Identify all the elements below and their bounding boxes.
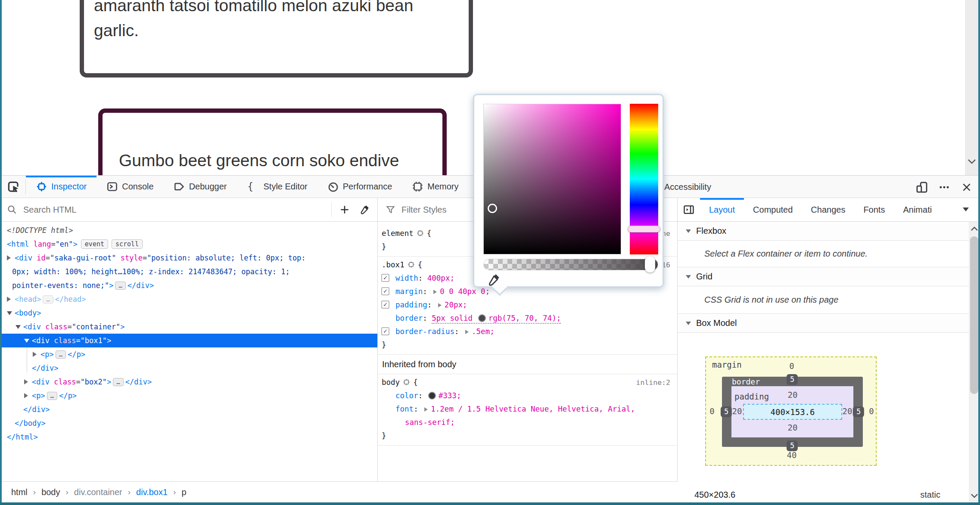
ellipsis-pill[interactable]: … <box>43 295 53 304</box>
scroll-up-icon[interactable] <box>970 226 979 232</box>
twisty-collapsed-icon[interactable] <box>7 255 11 260</box>
sidebar-toggle-button[interactable] <box>678 198 700 221</box>
ellipsis-pill[interactable]: … <box>113 378 123 386</box>
search-html-box[interactable] <box>0 204 331 215</box>
highlight-element-icon[interactable] <box>402 378 411 386</box>
search-html-input[interactable] <box>22 204 331 215</box>
property-value[interactable]: 20px; <box>445 301 467 309</box>
page-scrollbar[interactable] <box>965 0 978 175</box>
property-name[interactable]: padding <box>395 301 427 309</box>
event-badge[interactable]: event <box>81 239 108 249</box>
property-name[interactable]: border <box>395 314 423 322</box>
breadcrumb-item-divbox1[interactable]: div.box1 <box>136 487 168 497</box>
tree-row[interactable]: <!DOCTYPE html> <box>0 223 377 237</box>
box-model-content-size[interactable]: 400×153.6 <box>743 404 842 420</box>
property-checkbox[interactable]: ✓ <box>381 274 389 282</box>
tree-row[interactable]: </html> <box>0 430 377 444</box>
grab-color-button[interactable] <box>356 202 373 217</box>
tree-row[interactable]: <div id="saka-gui-root" style="position:… <box>0 251 377 265</box>
twisty-expanded-icon[interactable] <box>16 325 21 329</box>
scroll-down-icon[interactable] <box>967 158 977 164</box>
property-value[interactable]: rgb(75, 70, 74); <box>488 314 561 322</box>
property-value[interactable]: 400px; <box>427 274 454 282</box>
sidebar-tabs-overflow-icon[interactable] <box>963 208 969 211</box>
tab-console[interactable]: Console <box>96 176 163 198</box>
property-checkbox[interactable]: ✓ <box>381 327 389 335</box>
scroll-down-icon[interactable] <box>970 493 979 499</box>
box-model-border-layer[interactable]: border padding 20 20 20 20 400×153.6 5 5… <box>722 377 863 447</box>
section-flexbox-header[interactable]: Flexbox <box>678 222 980 241</box>
expander-icon[interactable] <box>465 330 469 334</box>
twisty-collapsed-icon[interactable] <box>24 393 28 398</box>
tree-row[interactable]: </div> <box>0 361 377 375</box>
twisty-expanded-icon[interactable] <box>24 339 29 343</box>
close-devtools-button[interactable] <box>958 179 975 195</box>
tree-row[interactable]: <div class="box2">…</div> <box>0 375 377 389</box>
highlight-element-icon[interactable] <box>416 229 424 237</box>
sidebar-tab-computed[interactable]: Computed <box>744 198 802 221</box>
selector[interactable]: .box1 <box>382 260 404 269</box>
property-value[interactable]: #333; <box>439 391 461 400</box>
tree-row[interactable]: <head>…</head> <box>0 292 377 306</box>
box-model-margin-layer[interactable]: margin 0 40 0 0 border padding 20 20 20 … <box>705 356 877 466</box>
sidebar-tab-changes[interactable]: Changes <box>802 198 854 221</box>
color-swatch[interactable] <box>478 314 486 322</box>
tab-debugger[interactable]: Debugger <box>164 176 237 198</box>
selector[interactable]: element <box>382 229 414 238</box>
responsive-design-mode-button[interactable] <box>914 179 930 195</box>
tree-row[interactable]: </body> <box>0 416 377 430</box>
expander-icon[interactable] <box>438 303 442 307</box>
tab-style-editor[interactable]: { }Style Editor <box>237 176 317 198</box>
box-model-padding-layer[interactable]: padding 20 20 20 20 400×153.6 <box>731 386 853 437</box>
meatball-menu-button[interactable] <box>936 179 952 195</box>
twisty-expanded-icon[interactable] <box>7 311 12 315</box>
pick-element-button[interactable] <box>1 176 25 198</box>
scrollbar-thumb[interactable] <box>970 236 978 394</box>
breadcrumb-item-p[interactable]: p <box>181 487 186 497</box>
alpha-slider-handle[interactable] <box>645 256 655 273</box>
tab-inspector[interactable]: Inspector <box>26 176 96 198</box>
breadcrumb-item-html[interactable]: html <box>11 487 28 497</box>
eyedropper-icon[interactable] <box>486 273 501 287</box>
tree-row[interactable]: <p>…</p> <box>0 389 377 403</box>
property-value[interactable]: 1.2em / 1.5 Helvetica Neue, Helvetica, A… <box>431 405 635 413</box>
property-name[interactable]: color <box>395 391 418 400</box>
property-name[interactable]: border-radius <box>395 327 454 336</box>
ellipsis-pill[interactable]: … <box>47 392 57 400</box>
tab-accessibility[interactable]: Accessibility <box>664 176 711 198</box>
property-checkbox[interactable]: ✓ <box>381 287 389 295</box>
tree-row[interactable]: 0px; width: 100%; height…100%; z-index: … <box>0 265 377 279</box>
saturation-value-square[interactable] <box>483 104 621 254</box>
section-boxmodel-header[interactable]: Box Model <box>678 314 980 333</box>
tree-row[interactable]: <p>…</p> <box>0 347 377 361</box>
color-cursor[interactable] <box>488 204 497 213</box>
tree-row[interactable]: </div> <box>0 403 377 416</box>
tree-row[interactable]: <html lang="en">eventscroll <box>0 237 377 251</box>
expander-icon[interactable] <box>433 290 437 294</box>
tab-performance[interactable]: Performance <box>317 176 402 198</box>
twisty-collapsed-icon[interactable] <box>33 352 37 357</box>
tree-row[interactable]: <div class="container"> <box>0 320 377 334</box>
property-name[interactable]: width <box>395 274 418 282</box>
sidebar-tab-fonts[interactable]: Fonts <box>854 198 894 221</box>
twisty-collapsed-icon[interactable] <box>7 297 11 302</box>
tab-memory[interactable]: Memory <box>402 176 468 198</box>
add-node-button[interactable] <box>336 202 353 217</box>
expander-icon[interactable] <box>424 407 428 412</box>
sidebar-tab-animati[interactable]: Animati <box>894 198 941 221</box>
hue-slider-handle[interactable] <box>628 226 660 232</box>
ellipsis-pill[interactable]: … <box>56 350 66 359</box>
tree-row[interactable]: pointer-events: none;">…</div> <box>0 279 377 292</box>
alpha-slider[interactable] <box>483 259 658 270</box>
section-grid-header[interactable]: Grid <box>678 267 980 286</box>
tree-row[interactable]: <div class="box1"> <box>0 334 377 347</box>
scroll-badge[interactable]: scroll <box>112 239 143 249</box>
breadcrumb-item-body[interactable]: body <box>41 487 60 497</box>
tree-row[interactable]: <body> <box>0 306 377 320</box>
selector[interactable]: body <box>382 378 400 387</box>
ellipsis-pill[interactable]: … <box>115 282 125 290</box>
property-name[interactable]: margin <box>395 287 423 296</box>
color-swatch[interactable] <box>428 392 436 400</box>
rule-source-link[interactable]: inline:2 <box>636 376 670 389</box>
property-checkbox[interactable]: ✓ <box>381 301 389 309</box>
